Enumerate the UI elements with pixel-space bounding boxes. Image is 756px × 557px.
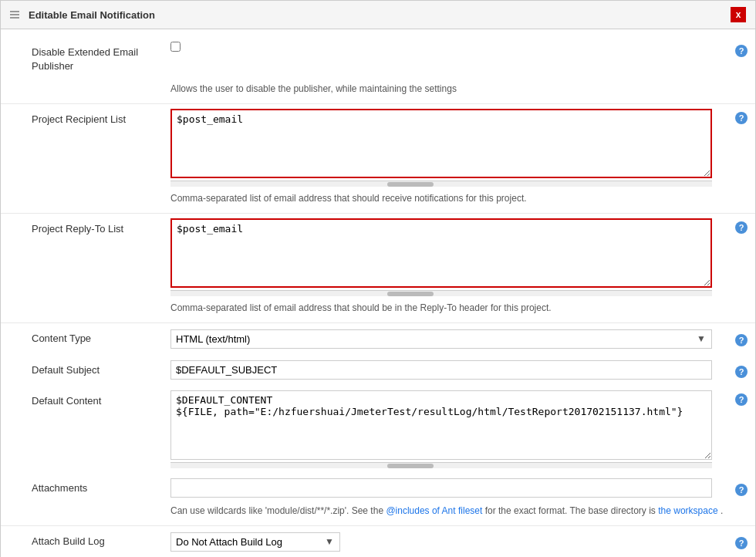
content-type-label: Content Type bbox=[1, 328, 170, 349]
attachments-input[interactable] bbox=[170, 478, 712, 498]
drag-handle[interactable] bbox=[10, 11, 19, 19]
panel-header: Editable Email Notification x bbox=[1, 1, 755, 29]
attachments-help: ? bbox=[735, 481, 751, 496]
panel-title-area: Editable Email Notification bbox=[10, 9, 155, 21]
help-icon-attach-log[interactable]: ? bbox=[735, 537, 748, 549]
help-icon-subject[interactable]: ? bbox=[735, 366, 748, 378]
attachments-link-ant[interactable]: @includes of Ant fileset bbox=[386, 505, 482, 516]
reply-to-list-desc-row: Comma-separated list of email address th… bbox=[1, 301, 755, 323]
disable-extended-control bbox=[170, 42, 735, 52]
content-type-help: ? bbox=[735, 331, 751, 346]
default-subject-row: Default Subject ? bbox=[1, 355, 755, 386]
attachments-desc-row: Can use wildcards like 'module/dist/**/*… bbox=[1, 504, 755, 526]
help-icon-recipient[interactable]: ? bbox=[735, 112, 748, 124]
help-icon-content[interactable]: ? bbox=[735, 393, 748, 406]
default-content-help: ? bbox=[735, 390, 751, 406]
default-content-control: $DEFAULT_CONTENT ${FILE, path="E:/hzfuer… bbox=[170, 390, 735, 468]
content-type-select[interactable]: HTML (text/html) Plain Text (text/plain)… bbox=[170, 329, 712, 349]
recipient-list-row: Project Recipient List ? bbox=[1, 104, 755, 191]
disable-extended-desc-row: Allows the user to disable the publisher… bbox=[1, 82, 755, 104]
default-subject-control bbox=[170, 360, 735, 380]
recipient-list-control bbox=[170, 109, 735, 187]
disable-extended-checkbox[interactable] bbox=[170, 42, 181, 52]
form-body: Disable Extended Email Publisher ? Allow… bbox=[1, 29, 755, 557]
help-icon-reply[interactable]: ? bbox=[735, 221, 748, 234]
attachments-row: Attachments ? bbox=[1, 473, 755, 504]
attachments-desc-middle: for the exact format. The base directory… bbox=[485, 505, 659, 516]
content-type-control: HTML (text/html) Plain Text (text/plain)… bbox=[170, 329, 735, 349]
recipient-list-desc-row: Comma-separated list of email address th… bbox=[1, 191, 755, 214]
reply-to-list-textarea[interactable] bbox=[170, 218, 712, 288]
default-subject-help: ? bbox=[735, 363, 751, 378]
disable-extended-label: Disable Extended Email Publisher bbox=[1, 42, 170, 77]
recipient-list-label: Project Recipient List bbox=[1, 109, 170, 130]
default-content-textarea[interactable]: $DEFAULT_CONTENT ${FILE, path="E:/hzfuer… bbox=[170, 390, 712, 460]
attach-build-log-control: Do Not Attach Build Log Attach Build Log… bbox=[170, 532, 735, 552]
default-subject-label: Default Subject bbox=[1, 360, 170, 381]
disable-extended-description: Allows the user to disable the publisher… bbox=[170, 83, 755, 97]
disable-extended-row: Disable Extended Email Publisher ? bbox=[1, 37, 755, 82]
recipient-list-help: ? bbox=[735, 109, 751, 124]
help-icon[interactable]: ? bbox=[735, 45, 748, 57]
attachments-label: Attachments bbox=[1, 478, 170, 499]
attachments-control bbox=[170, 478, 735, 498]
attach-build-log-help: ? bbox=[735, 534, 751, 549]
reply-to-list-description: Comma-separated list of email address th… bbox=[170, 302, 755, 316]
attach-build-log-select[interactable]: Do Not Attach Build Log Attach Build Log… bbox=[170, 532, 340, 552]
attachments-desc-prefix: Can use wildcards like 'module/dist/**/*… bbox=[170, 505, 386, 516]
help-icon-content-type[interactable]: ? bbox=[735, 334, 748, 346]
close-button[interactable]: x bbox=[731, 7, 746, 22]
default-content-row: Default Content $DEFAULT_CONTENT ${FILE,… bbox=[1, 386, 755, 473]
attachments-link-workspace[interactable]: the workspace bbox=[658, 505, 717, 516]
editable-email-notification-panel: Editable Email Notification x Disable Ex… bbox=[0, 0, 756, 557]
reply-to-list-control bbox=[170, 218, 735, 296]
panel-title: Editable Email Notification bbox=[29, 9, 155, 21]
reply-to-list-help: ? bbox=[735, 218, 751, 234]
reply-to-list-label: Project Reply-To List bbox=[1, 218, 170, 240]
reply-to-list-row: Project Reply-To List ? bbox=[1, 214, 755, 301]
recipient-list-description: Comma-separated list of email address th… bbox=[170, 193, 755, 207]
attachments-description: Can use wildcards like 'module/dist/**/*… bbox=[170, 505, 755, 519]
default-subject-input[interactable] bbox=[170, 360, 712, 380]
recipient-list-textarea[interactable] bbox=[170, 109, 712, 178]
help-icon-attachments[interactable]: ? bbox=[735, 484, 748, 496]
attach-build-log-label: Attach Build Log bbox=[1, 531, 170, 552]
content-type-row: Content Type HTML (text/html) Plain Text… bbox=[1, 323, 755, 354]
attach-build-log-row: Attach Build Log Do Not Attach Build Log… bbox=[1, 526, 755, 557]
attachments-desc-suffix: . bbox=[721, 505, 723, 516]
default-content-label: Default Content bbox=[1, 390, 170, 412]
disable-extended-help: ? bbox=[735, 42, 751, 57]
